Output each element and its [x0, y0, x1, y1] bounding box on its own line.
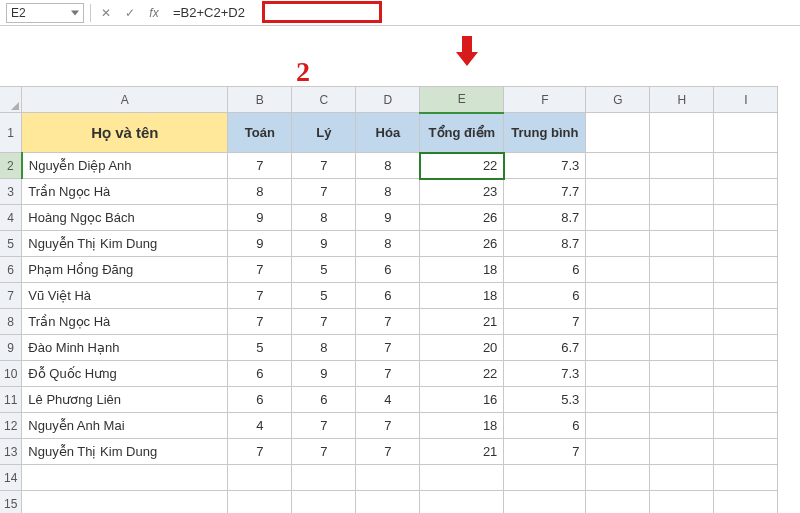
cell[interactable]	[714, 179, 778, 205]
cell-toan[interactable]: 9	[228, 205, 292, 231]
cell-hoa[interactable]: 6	[356, 257, 420, 283]
cell[interactable]	[22, 491, 228, 514]
cell[interactable]	[586, 335, 650, 361]
cell[interactable]	[586, 179, 650, 205]
cell-ly[interactable]: 7	[292, 439, 356, 465]
cell[interactable]	[714, 361, 778, 387]
cell[interactable]	[586, 283, 650, 309]
cell-tb[interactable]: 6	[504, 257, 586, 283]
cell-tong[interactable]: 18	[420, 413, 504, 439]
cell-tong[interactable]: 26	[420, 205, 504, 231]
cell[interactable]	[586, 413, 650, 439]
cell-ly[interactable]: 6	[292, 387, 356, 413]
cell-name[interactable]: Lê Phương Liên	[22, 387, 228, 413]
cell-ly[interactable]: 7	[292, 153, 356, 179]
cell-ly[interactable]: 7	[292, 309, 356, 335]
cell-ly[interactable]: 5	[292, 283, 356, 309]
cell-toan[interactable]: 7	[228, 283, 292, 309]
cell-toan[interactable]: 6	[228, 361, 292, 387]
cell[interactable]	[650, 387, 714, 413]
cell-tb[interactable]: 8.7	[504, 205, 586, 231]
cell-ly[interactable]: 8	[292, 335, 356, 361]
cell-ly[interactable]: 5	[292, 257, 356, 283]
cell-hoa[interactable]: 7	[356, 309, 420, 335]
row-header-4[interactable]: 4	[0, 205, 22, 231]
cell[interactable]	[356, 465, 420, 491]
cell-tb[interactable]: 7.3	[504, 153, 586, 179]
cell[interactable]	[586, 387, 650, 413]
cell-tong[interactable]: 26	[420, 231, 504, 257]
cell-tong[interactable]: 16	[420, 387, 504, 413]
cell-name[interactable]: Trần Ngọc Hà	[22, 179, 228, 205]
cell[interactable]	[586, 439, 650, 465]
cell[interactable]	[714, 205, 778, 231]
row-header-8[interactable]: 8	[0, 309, 22, 335]
cell-hoa[interactable]: 4	[356, 387, 420, 413]
cell-tong[interactable]: 21	[420, 439, 504, 465]
cell-hoa[interactable]: 8	[356, 231, 420, 257]
cell-toan[interactable]: 9	[228, 231, 292, 257]
cell-tong[interactable]: 22	[420, 361, 504, 387]
cell[interactable]	[420, 465, 504, 491]
cell-tong-selected[interactable]: 22	[420, 153, 504, 179]
cell-tong[interactable]: 20	[420, 335, 504, 361]
cell[interactable]	[714, 113, 778, 153]
cell-toan[interactable]: 5	[228, 335, 292, 361]
cell[interactable]	[586, 491, 650, 514]
cell[interactable]	[714, 283, 778, 309]
col-header-C[interactable]: C	[292, 87, 356, 113]
formula-input[interactable]: =B2+C2+D2	[169, 3, 794, 23]
col-header-F[interactable]: F	[504, 87, 586, 113]
col-header-D[interactable]: D	[356, 87, 420, 113]
confirm-icon[interactable]: ✓	[121, 4, 139, 22]
cell-ly[interactable]: 9	[292, 361, 356, 387]
cell[interactable]	[586, 361, 650, 387]
cell-ly[interactable]: 9	[292, 231, 356, 257]
cell-tb[interactable]: 6.7	[504, 335, 586, 361]
cell[interactable]	[650, 439, 714, 465]
cell[interactable]	[650, 465, 714, 491]
cell[interactable]	[650, 205, 714, 231]
cell-tb[interactable]: 5.3	[504, 387, 586, 413]
cell-hoa[interactable]: 7	[356, 361, 420, 387]
row-header-14[interactable]: 14	[0, 465, 22, 491]
cell-hoa[interactable]: 7	[356, 413, 420, 439]
cell-tb[interactable]: 6	[504, 283, 586, 309]
cell-tong[interactable]: 18	[420, 257, 504, 283]
cell[interactable]	[714, 231, 778, 257]
cell-ly[interactable]: 7	[292, 413, 356, 439]
cell-hoa[interactable]: 9	[356, 205, 420, 231]
cell[interactable]	[586, 309, 650, 335]
cell-name[interactable]: Nguyễn Thị Kim Dung	[22, 231, 228, 257]
row-header-12[interactable]: 12	[0, 413, 22, 439]
cell[interactable]	[650, 153, 714, 179]
row-header-6[interactable]: 6	[0, 257, 22, 283]
cell-tb[interactable]: 7	[504, 309, 586, 335]
header-hoa[interactable]: Hóa	[356, 113, 420, 153]
cell-name[interactable]: Nguyễn Thị Kim Dung	[22, 439, 228, 465]
cell[interactable]	[586, 153, 650, 179]
cell-hoa[interactable]: 8	[356, 179, 420, 205]
cell[interactable]	[650, 413, 714, 439]
cell[interactable]	[504, 465, 586, 491]
row-header-13[interactable]: 13	[0, 439, 22, 465]
cell-name[interactable]: Trần Ngọc Hà	[22, 309, 228, 335]
grid[interactable]: A B C D E F G H I 1 Họ và tên Toán Lý Hó…	[0, 86, 778, 513]
cell-name[interactable]: Đào Minh Hạnh	[22, 335, 228, 361]
row-header-1[interactable]: 1	[0, 113, 22, 153]
cell[interactable]	[420, 491, 504, 514]
fx-icon[interactable]: fx	[145, 4, 163, 22]
row-header-15[interactable]: 15	[0, 491, 22, 514]
cell[interactable]	[504, 491, 586, 514]
cell[interactable]	[586, 231, 650, 257]
cell-hoa[interactable]: 6	[356, 283, 420, 309]
cell[interactable]	[714, 257, 778, 283]
header-tb[interactable]: Trung bình	[504, 113, 586, 153]
cell-hoa[interactable]: 7	[356, 335, 420, 361]
cell[interactable]	[650, 113, 714, 153]
col-header-B[interactable]: B	[228, 87, 292, 113]
cell-toan[interactable]: 7	[228, 439, 292, 465]
cell[interactable]	[292, 465, 356, 491]
cell-tb[interactable]: 6	[504, 413, 586, 439]
cell[interactable]	[650, 257, 714, 283]
